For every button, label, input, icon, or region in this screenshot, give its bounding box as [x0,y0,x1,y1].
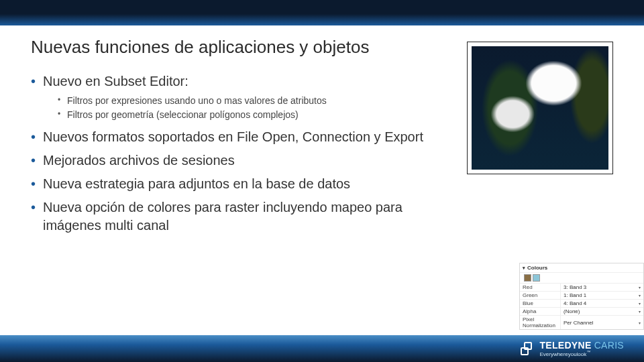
bullet-item: Nueva opción de colores para raster incl… [31,198,427,235]
row-label: Green [520,292,560,299]
row-value[interactable]: (None) ▾ [560,308,643,315]
colour-mode-icons [520,273,643,283]
brand-block: TELEDYNE CARIS Everywhereyoulook™ [521,341,624,357]
satellite-image [472,46,608,170]
row-value[interactable]: 1: Band 1 ▾ [560,292,643,299]
chevron-down-icon: ▾ [639,285,641,290]
bullet-item: Nuevos formatos soportados en File Open,… [31,128,427,146]
colours-panel: ▾ Colours Red 3: Band 3 ▾ Green 1: Band … [519,263,644,330]
chevron-down-icon: ▾ [639,293,641,298]
row-label: Red [520,284,560,291]
chevron-down-icon: ▾ [639,309,641,314]
swatch-icon[interactable] [524,274,531,282]
footer-bar: TELEDYNE CARIS Everywhereyoulook™ [0,335,644,362]
bullet-item: Nuevo en Subset Editor: Filtros por expr… [31,72,427,121]
panel-header[interactable]: ▾ Colours [520,263,643,273]
row-label: Pixel Normalization [520,316,560,329]
bullet-text: Nuevo en Subset Editor: [43,74,189,88]
trademark-symbol: ™ [586,350,590,354]
row-value[interactable]: 3: Band 3 ▾ [560,284,643,291]
panel-row: Pixel Normalization Per Channel ▾ [520,315,643,329]
sub-bullet-item: Filtros por expresiones usando uno o mas… [58,95,427,107]
satellite-image-thumbnail [467,42,613,174]
sub-bullet-item: Filtros por geometría (seleccionar políg… [58,109,427,121]
teledyne-logo-icon [521,342,534,355]
panel-row: Alpha (None) ▾ [520,307,643,315]
header-bar [0,0,644,25]
sub-bullet-list: Filtros por expresiones usando uno o mas… [58,95,427,121]
bullet-item: Nueva estrategia para adjuntos en la bas… [31,175,427,193]
row-label: Blue [520,300,560,307]
row-value[interactable]: Per Channel ▾ [560,316,643,329]
panel-row: Blue 4: Band 4 ▾ [520,299,643,307]
chevron-down-icon: ▾ [523,265,525,271]
panel-row: Red 3: Band 3 ▾ [520,283,643,291]
brand-name-a: TELEDYNE [539,340,594,351]
bullet-item: Mejorados archivos de sesiones [31,152,427,170]
row-label: Alpha [520,308,560,315]
swatch-icon[interactable] [533,274,540,282]
row-value[interactable]: 4: Band 4 ▾ [560,300,643,307]
chevron-down-icon: ▾ [639,301,641,306]
panel-title: Colours [527,265,547,271]
brand-text: TELEDYNE CARIS Everywhereyoulook™ [539,341,624,357]
brand-name-b: CARIS [594,340,624,351]
brand-tagline: Everywhereyoulook [539,351,586,357]
chevron-down-icon: ▾ [639,320,641,325]
panel-row: Green 1: Band 1 ▾ [520,291,643,299]
